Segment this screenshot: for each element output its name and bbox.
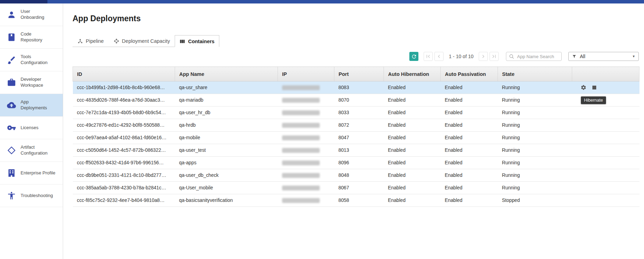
tab-label: Pipeline	[86, 38, 104, 44]
topbar-main-segment	[47, 0, 644, 3]
cell-id: ccc-4835d026-788f-46ea-a76d-30aac3…	[73, 94, 175, 107]
troubleshooting-icon	[7, 191, 16, 200]
tools-icon	[7, 55, 16, 64]
deployment-capacity-icon	[114, 38, 119, 44]
filter-dropdown[interactable]: All ▼	[568, 52, 639, 61]
cell-actions	[572, 182, 639, 194]
sidebar-item-label: Licenses	[21, 125, 38, 131]
last-page-button[interactable]	[490, 52, 499, 61]
first-page-icon	[425, 53, 431, 60]
cell-state: Running	[498, 119, 572, 132]
cell-app-name: qa-hrdb	[175, 119, 278, 132]
first-page-button[interactable]	[424, 52, 433, 61]
table-row[interactable]: ccc-f85c75c2-9232-4ee7-b404-9810a8…qa-ba…	[73, 194, 639, 207]
table-row[interactable]: ccc-c5050d64-1452-4c57-872b-086322…qa-us…	[73, 144, 639, 157]
table-row[interactable]: ccc-7e72c1da-4193-4b05-b8d0-6b9c54…qa-us…	[73, 107, 639, 119]
cell-auto-passivation: Enabled	[441, 144, 498, 157]
table-row[interactable]: ccc-4835d026-788f-46ea-a76d-30aac3…qa-ma…	[73, 94, 639, 107]
refresh-icon	[411, 54, 417, 60]
redacted-ip	[282, 198, 320, 203]
sidebar-item-troubleshooting[interactable]: Troubleshooting	[0, 185, 63, 207]
table-row[interactable]: ccc-385aa5ab-3788-4230-b78a-b2841c…qa-Us…	[73, 182, 639, 194]
table-row[interactable]: ccc-0e97aea4-a5af-4102-86a1-fd60e16…qa-m…	[73, 132, 639, 144]
cell-actions	[572, 107, 639, 119]
main-content: App Deployments PipelineDeployment Capac…	[63, 3, 644, 259]
cell-state: Running	[498, 107, 572, 119]
table-row[interactable]: ccc-ff502633-8432-41d4-97b6-996156…qa-ap…	[73, 157, 639, 169]
sidebar-item-label: ArtifactConfiguration	[21, 144, 47, 156]
sidebar-item-user-onboarding[interactable]: UserOnboarding	[0, 3, 63, 26]
app-name-search[interactable]	[506, 52, 562, 61]
sidebar-item-developer-workspace[interactable]: DeveloperWorkspace	[0, 71, 63, 94]
sidebar-item-label: Troubleshooting	[21, 193, 53, 199]
cloud-upload-icon	[7, 101, 16, 110]
cell-port: 8058	[334, 194, 384, 207]
table-row[interactable]: ccc-1b499fa1-2d98-416b-8c4b-960e68…qa-us…	[73, 81, 639, 94]
column-header: Auto Passivation	[441, 67, 498, 81]
previous-page-button[interactable]	[434, 52, 444, 61]
cell-auto-passivation: Enabled	[441, 157, 498, 169]
sidebar-item-label: CodeRepository	[21, 31, 42, 43]
cell-auto-passivation: Enabled	[441, 169, 498, 182]
cell-app-name: qa-user_db_check	[175, 169, 278, 182]
sidebar-item-label: ToolsConfiguration	[21, 54, 47, 66]
code-repository-icon	[7, 33, 16, 42]
cell-actions	[572, 169, 639, 182]
sidebar-item-tools-configuration[interactable]: ToolsConfiguration	[0, 49, 63, 71]
table-header-row: IDApp NameIPPortAuto HibernationAuto Pas…	[73, 67, 639, 81]
user-icon	[7, 10, 16, 19]
cell-id: ccc-49c27876-ed1c-4292-b0f8-550588…	[73, 119, 175, 132]
table-row[interactable]: ccc-49c27876-ed1c-4292-b0f8-550588…qa-hr…	[73, 119, 639, 132]
refresh-button[interactable]	[409, 52, 418, 61]
sidebar-item-code-repository[interactable]: CodeRepository	[0, 26, 63, 49]
stop-icon[interactable]	[592, 86, 596, 89]
sidebar-item-label: Enterprise Profile	[21, 170, 55, 176]
cell-auto-passivation: Enabled	[441, 94, 498, 107]
cell-id: ccc-1b499fa1-2d98-416b-8c4b-960e68…	[73, 81, 175, 94]
cell-state: Running	[498, 81, 572, 94]
column-header: State	[498, 67, 572, 81]
next-page-button[interactable]	[479, 52, 488, 61]
cell-auto-hibernation: Enabled	[384, 144, 441, 157]
containers-table-wrap: IDApp NameIPPortAuto HibernationAuto Pas…	[73, 66, 639, 207]
search-input[interactable]	[516, 54, 559, 60]
redacted-ip	[282, 110, 320, 115]
key-icon	[7, 123, 16, 132]
sidebar-item-licenses[interactable]: Licenses	[0, 117, 63, 139]
cell-id: ccc-c5050d64-1452-4c57-872b-086322…	[73, 144, 175, 157]
workspace-icon	[7, 78, 16, 87]
cell-app-name: qa-mariadb	[175, 94, 278, 107]
cell-ip	[278, 194, 334, 207]
settings-icon[interactable]	[581, 85, 586, 91]
cell-actions	[572, 157, 639, 169]
artifact-icon	[7, 146, 16, 155]
cell-id: ccc-385aa5ab-3788-4230-b78a-b2841c…	[73, 182, 175, 194]
cell-port: 8083	[334, 81, 384, 94]
tab-deployment-capacity[interactable]: Deployment Capacity	[109, 36, 175, 47]
cell-state: Running	[498, 144, 572, 157]
cell-app-name: qa-basicsanityverification	[175, 194, 278, 207]
cell-ip	[278, 107, 334, 119]
filter-value: All	[580, 54, 585, 59]
cell-actions	[572, 132, 639, 144]
cell-auto-passivation: Enabled	[441, 194, 498, 207]
table-row[interactable]: ccc-db9be051-2331-4121-8c10-8bd277…qa-us…	[73, 169, 639, 182]
cell-port: 8096	[334, 157, 384, 169]
cell-auto-hibernation: Enabled	[384, 81, 441, 94]
last-page-icon	[491, 53, 497, 60]
cell-actions	[572, 144, 639, 157]
sidebar-item-enterprise-profile[interactable]: Enterprise Profile	[0, 162, 63, 185]
redacted-ip	[282, 160, 320, 165]
redacted-ip	[282, 186, 320, 190]
sidebar-item-artifact-configuration[interactable]: ArtifactConfiguration	[0, 139, 63, 162]
cell-ip	[278, 157, 334, 169]
cell-app-name: qa-apps	[175, 157, 278, 169]
cell-port: 8047	[334, 132, 384, 144]
tab-pipeline[interactable]: Pipeline	[73, 36, 109, 47]
redacted-ip	[282, 173, 320, 178]
cell-auto-passivation: Enabled	[441, 119, 498, 132]
sidebar-item-app-deployments[interactable]: AppDeployments	[0, 94, 63, 117]
cell-auto-hibernation: Enabled	[384, 169, 441, 182]
tab-containers[interactable]: Containers	[175, 35, 219, 47]
cell-port: 8033	[334, 107, 384, 119]
